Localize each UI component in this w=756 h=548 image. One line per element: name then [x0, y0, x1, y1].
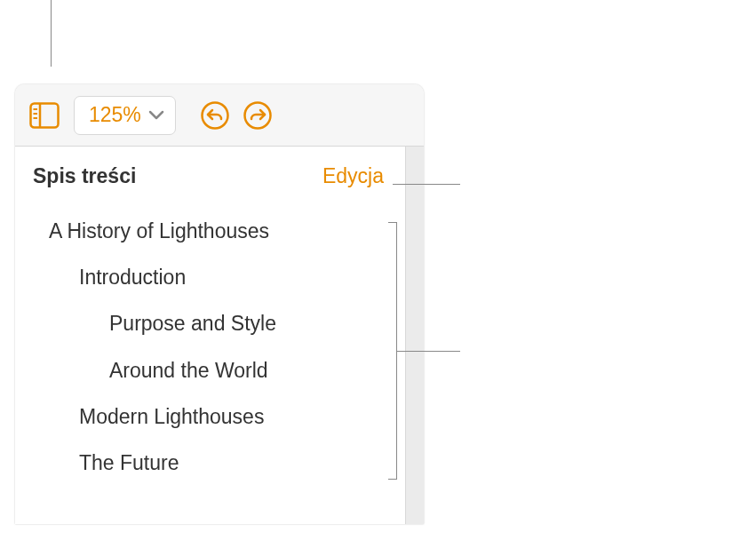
redo-button[interactable] [236, 96, 279, 135]
callout-line-top [51, 0, 52, 67]
app-window: 125% [15, 84, 424, 524]
toc-item[interactable]: Introduction [29, 254, 387, 300]
sidebar-icon [29, 102, 60, 129]
redo-icon [243, 100, 273, 131]
undo-icon [200, 100, 230, 131]
undo-redo-group [194, 96, 279, 135]
toc-item[interactable]: The Future [29, 440, 387, 486]
callout-line-bracket [397, 351, 460, 352]
document-edge [406, 147, 424, 524]
sidebar-header: Spis treści Edycja [29, 164, 387, 188]
toc-item[interactable]: Modern Lighthouses [29, 393, 387, 440]
toolbar: 125% [15, 84, 424, 147]
toc-item[interactable]: Around the World [29, 347, 387, 393]
zoom-dropdown[interactable]: 125% [74, 96, 176, 135]
toc-item[interactable]: Purpose and Style [29, 300, 387, 346]
toc-list: A History of Lighthouses Introduction Pu… [29, 208, 387, 486]
sidebar-panel: Spis treści Edycja A History of Lighthou… [15, 147, 406, 524]
sidebar-toggle-button[interactable] [26, 97, 63, 134]
sidebar-title: Spis treści [33, 164, 136, 188]
edit-link[interactable]: Edycja [322, 164, 384, 188]
undo-button[interactable] [194, 96, 236, 135]
callout-line-edit [393, 184, 460, 185]
chevron-down-icon [148, 110, 164, 121]
toc-item[interactable]: A History of Lighthouses [29, 208, 387, 254]
content-area: Spis treści Edycja A History of Lighthou… [15, 147, 424, 524]
callout-bracket [388, 222, 397, 480]
svg-rect-0 [31, 103, 59, 127]
zoom-value: 125% [89, 103, 141, 127]
